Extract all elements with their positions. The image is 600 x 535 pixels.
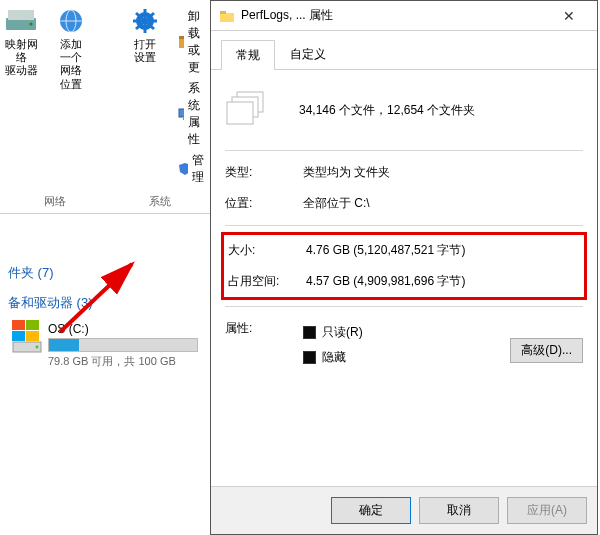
globe-icon [56, 8, 86, 34]
dialog-buttons: 确定 取消 应用(A) [211, 486, 597, 534]
apply-button[interactable]: 应用(A) [507, 497, 587, 524]
checkbox-label: 隐藏 [322, 349, 346, 366]
svg-rect-14 [179, 109, 184, 117]
advanced-button[interactable]: 高级(D)... [510, 338, 583, 363]
svg-rect-1 [8, 10, 34, 20]
label-size: 大小: [228, 242, 306, 259]
drive-capacity-text: 79.8 GB 可用，共 100 GB [48, 354, 202, 369]
svg-rect-24 [220, 11, 226, 14]
folder-icon [219, 8, 235, 24]
ribbon-open-settings[interactable]: 打开 设置 [130, 8, 160, 186]
label-location: 位置: [225, 195, 303, 212]
ribbon-label: 添加一个 网络位置 [56, 38, 86, 91]
svg-rect-20 [12, 331, 25, 341]
gear-icon [130, 8, 160, 34]
drive-name: OS (C:) [48, 322, 202, 336]
properties-dialog: PerfLogs, ... 属性 ✕ 常规 自定义 34,146 个文件，12,… [210, 0, 598, 535]
ribbon-sysprops[interactable]: 系统属性 [178, 80, 208, 148]
shield-icon [178, 162, 188, 176]
folders-header[interactable]: 件夹 (7) [0, 258, 210, 288]
ribbon-sublist: 卸载或更 系统属性 管理 [178, 8, 208, 186]
label-size-on-disk: 占用空间: [228, 273, 306, 290]
cancel-button[interactable]: 取消 [419, 497, 499, 524]
label-type: 类型: [225, 164, 303, 181]
ribbon-sub-label: 系统属性 [188, 80, 208, 148]
ribbon-sub-label: 管理 [192, 152, 208, 186]
drives-header[interactable]: 备和驱动器 (3) [0, 288, 210, 318]
drive-icon [4, 8, 38, 34]
close-button[interactable]: ✕ [549, 8, 589, 24]
svg-rect-13 [179, 36, 184, 39]
highlighted-size-block: 大小:4.76 GB (5,120,487,521 字节) 占用空间:4.57 … [221, 232, 587, 300]
value-size: 4.76 GB (5,120,487,521 字节) [306, 242, 580, 259]
svg-rect-19 [26, 320, 39, 330]
ribbon-add-location[interactable]: 添加一个 网络位置 [56, 8, 86, 186]
ok-button[interactable]: 确定 [331, 497, 411, 524]
dialog-body: 34,146 个文件，12,654 个文件夹 类型:类型均为 文件夹 位置:全部… [211, 70, 597, 486]
value-location: 全部位于 C:\ [303, 195, 583, 212]
ribbon-manage[interactable]: 管理 [178, 152, 208, 186]
checkbox-label: 只读(R) [322, 324, 363, 341]
ribbon-group-network: 网络 [0, 190, 110, 209]
ribbon-group-system: 系统 [110, 190, 210, 209]
label-attributes: 属性: [225, 320, 303, 337]
svg-rect-12 [179, 38, 184, 48]
monitor-icon [178, 107, 184, 121]
tab-custom[interactable]: 自定义 [275, 39, 341, 69]
multi-folder-icon [225, 90, 269, 130]
ribbon-label: 映射网络 驱动器 [4, 38, 38, 78]
ribbon: 映射网络 驱动器 添加一个 网络位置 打开 设置 卸载或更 系统属性 管理 [0, 0, 210, 190]
tab-general[interactable]: 常规 [221, 40, 275, 70]
value-type: 类型均为 文件夹 [303, 164, 583, 181]
svg-point-2 [29, 22, 32, 25]
svg-rect-18 [12, 320, 25, 330]
ribbon-map-drive[interactable]: 映射网络 驱动器 [4, 8, 38, 186]
package-icon [178, 35, 184, 49]
svg-rect-23 [220, 13, 234, 22]
tab-strip: 常规 自定义 [211, 31, 597, 70]
checkbox-icon [303, 326, 316, 339]
svg-point-17 [36, 346, 39, 349]
explorer-window: 映射网络 驱动器 添加一个 网络位置 打开 设置 卸载或更 系统属性 管理 [0, 0, 210, 535]
ribbon-sub-label: 卸载或更 [188, 8, 208, 76]
svg-rect-21 [26, 331, 39, 341]
files-summary: 34,146 个文件，12,654 个文件夹 [299, 102, 475, 119]
titlebar[interactable]: PerfLogs, ... 属性 ✕ [211, 1, 597, 31]
drive-c[interactable]: OS (C:) 79.8 GB 可用，共 100 GB [0, 318, 210, 371]
value-size-on-disk: 4.57 GB (4,909,981,696 字节) [306, 273, 580, 290]
ribbon-uninstall[interactable]: 卸载或更 [178, 8, 208, 76]
titlebar-text: PerfLogs, ... 属性 [241, 7, 549, 24]
svg-rect-15 [183, 118, 184, 120]
svg-rect-27 [227, 102, 253, 124]
windows-drive-icon [12, 320, 42, 354]
drive-capacity-bar [48, 338, 198, 352]
ribbon-label: 打开 设置 [134, 38, 156, 64]
checkbox-icon [303, 351, 316, 364]
